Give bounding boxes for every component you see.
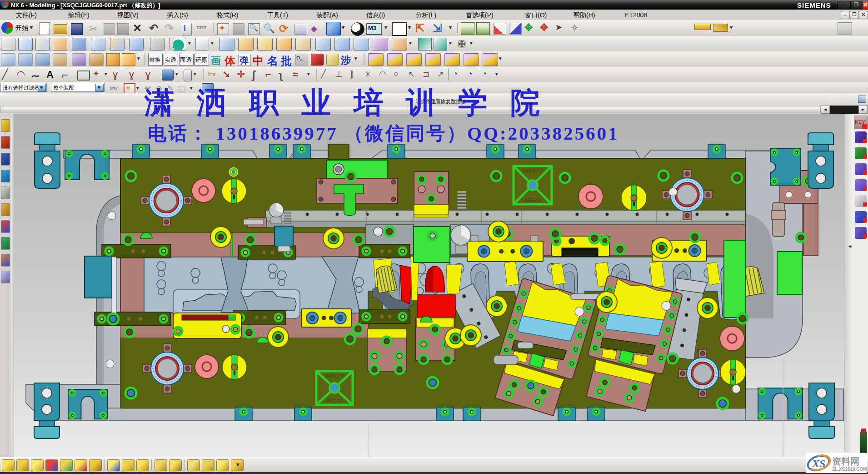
svg-text:SAFETY: SAFETY [325,373,344,378]
svg-text:ZL.XS1616.COM: ZL.XS1616.COM [832,467,867,472]
svg-text:AREA2: AREA2 [524,197,541,203]
svg-text:XS: XS [812,458,825,469]
svg-text:资料网: 资料网 [832,456,859,466]
svg-text:AREA2: AREA2 [326,398,343,403]
svg-text:SAFETY: SAFETY [523,168,543,173]
